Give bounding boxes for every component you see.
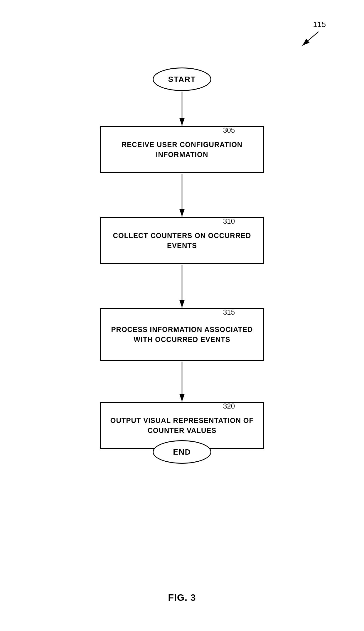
step-305-box: RECEIVE USER CONFIGURATION INFORMATION — [100, 126, 264, 173]
step-305-label: 305 — [223, 126, 235, 134]
step-315-box: PROCESS INFORMATION ASSOCIATED WITH OCCU… — [100, 308, 264, 361]
step-315-text: PROCESS INFORMATION ASSOCIATED WITH OCCU… — [109, 325, 255, 344]
svg-line-6 — [302, 32, 318, 45]
end-node: END — [153, 440, 211, 464]
step-320-label: 320 — [223, 402, 235, 410]
step-310-box: COLLECT COUNTERS ON OCCURRED EVENTS — [100, 217, 264, 264]
step-320-text: OUTPUT VISUAL REPRESENTATION OF COUNTER … — [109, 416, 255, 435]
figure-title: FIG. 3 — [168, 592, 196, 603]
start-label: START — [168, 75, 196, 84]
diagram-container: 115 START RECEIVE USER CONFIGURATION INF… — [0, 0, 364, 631]
fig-ref-number: 115 — [313, 20, 326, 29]
end-label: END — [173, 448, 191, 457]
step-310-text: COLLECT COUNTERS ON OCCURRED EVENTS — [109, 231, 255, 250]
start-node: START — [153, 68, 211, 91]
step-305-text: RECEIVE USER CONFIGURATION INFORMATION — [109, 140, 255, 159]
step-310-label: 310 — [223, 217, 235, 225]
step-315-label: 315 — [223, 308, 235, 316]
